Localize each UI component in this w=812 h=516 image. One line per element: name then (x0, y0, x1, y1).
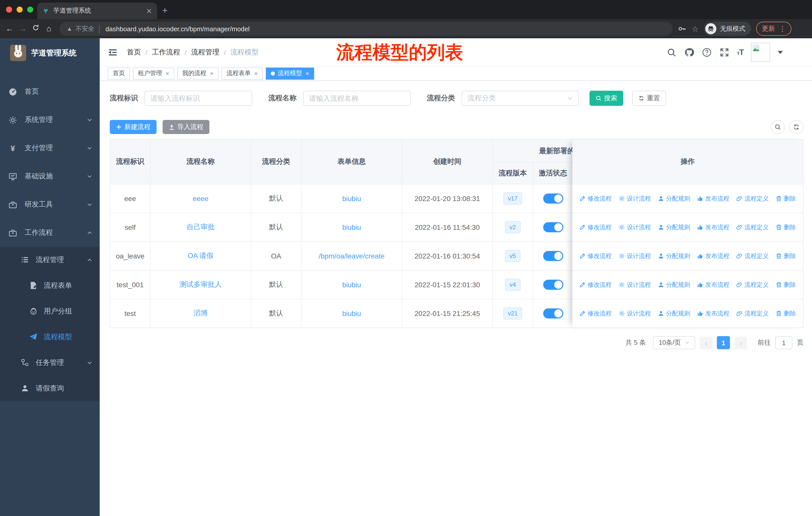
process-name-link[interactable]: 自己审批 (186, 223, 215, 232)
action-design-link[interactable]: 设计流程 (619, 194, 651, 203)
reset-button[interactable]: 重置 (632, 91, 666, 106)
process-name-link[interactable]: 滔博 (194, 309, 208, 318)
chrome-update-button[interactable]: 更新 ⋮ (756, 22, 792, 36)
form-info-link[interactable]: /bpm/oa/leave/create (319, 252, 385, 260)
tag-home[interactable]: 首页 (108, 67, 130, 79)
action-assign-link[interactable]: 分配规则 (658, 309, 690, 318)
tag-process-model[interactable]: 流程模型× (266, 67, 314, 79)
page-size-select[interactable]: 10条/页 (653, 336, 695, 349)
close-icon[interactable]: × (166, 70, 169, 77)
browser-menu-icon[interactable]: ⋮ (779, 25, 786, 33)
action-design-link[interactable]: 设计流程 (619, 223, 651, 232)
import-process-button[interactable]: 导入流程 (163, 120, 209, 134)
action-definition-link[interactable]: 流程定义 (736, 252, 769, 260)
prev-page-button[interactable]: ‹ (700, 336, 712, 349)
refresh-table-button[interactable] (789, 120, 804, 134)
action-design-link[interactable]: 设计流程 (619, 280, 651, 289)
font-size-icon[interactable]: тT (737, 48, 744, 57)
form-info-link[interactable]: biubiu (342, 281, 361, 289)
action-definition-link[interactable]: 流程定义 (736, 223, 769, 232)
user-avatar[interactable] (751, 43, 770, 62)
browser-tab[interactable]: 芋道管理系统 ✕ (37, 2, 157, 19)
sidebar-item-infrastructure[interactable]: 基础设施 (0, 162, 100, 190)
address-bar[interactable]: ▲ 不安全 | dashboard.yudao.iocoder.cn/bpm/m… (59, 22, 672, 36)
breadcrumb-workflow[interactable]: 工作流程 (152, 48, 180, 57)
sidebar-item-workflow[interactable]: 工作流程 (0, 219, 100, 247)
sidebar-item-home[interactable]: 首页 (0, 78, 100, 106)
action-definition-link[interactable]: 流程定义 (736, 280, 769, 289)
action-publish-link[interactable]: 发布流程 (697, 309, 729, 318)
goto-page-input[interactable] (775, 336, 792, 349)
sidebar-item-dev-tools[interactable]: 研发工具 (0, 190, 100, 219)
action-edit-link[interactable]: 修改流程 (579, 194, 612, 203)
breadcrumb-home[interactable]: 首页 (127, 48, 141, 57)
active-status-toggle[interactable] (543, 308, 563, 319)
next-page-button[interactable]: › (734, 336, 747, 349)
key-icon[interactable] (677, 24, 687, 33)
process-key-input[interactable] (144, 91, 252, 106)
action-edit-link[interactable]: 修改流程 (579, 309, 612, 318)
form-info-link[interactable]: biubiu (342, 309, 361, 318)
process-name-link[interactable]: eeee (193, 194, 208, 202)
tag-my-process[interactable]: 我的流程× (177, 67, 219, 79)
macos-window-controls[interactable] (6, 6, 33, 12)
collapse-sidebar-icon[interactable] (108, 47, 118, 57)
search-icon[interactable] (667, 47, 676, 57)
action-publish-link[interactable]: 发布流程 (697, 194, 729, 203)
active-status-toggle[interactable] (543, 280, 563, 290)
reload-icon[interactable] (29, 24, 42, 34)
action-publish-link[interactable]: 发布流程 (697, 252, 729, 260)
form-info-link[interactable]: biubiu (342, 194, 361, 202)
user-menu-caret-icon[interactable] (778, 51, 783, 54)
current-page-button[interactable]: 1 (717, 336, 730, 349)
active-status-toggle[interactable] (543, 251, 563, 261)
action-design-link[interactable]: 设计流程 (619, 252, 651, 260)
action-delete-link[interactable]: 删除 (776, 309, 796, 318)
back-icon[interactable]: ← (3, 24, 16, 33)
sidebar-item-leave-query[interactable]: 请假查询 (0, 375, 100, 401)
action-edit-link[interactable]: 修改流程 (579, 223, 612, 232)
sidebar-item-task-management[interactable]: 任务管理 (0, 350, 100, 375)
close-icon[interactable]: × (254, 70, 258, 77)
action-assign-link[interactable]: 分配规则 (658, 252, 690, 260)
home-icon[interactable]: ⌂ (42, 24, 55, 33)
action-publish-link[interactable]: 发布流程 (697, 280, 729, 289)
close-icon[interactable]: × (210, 70, 213, 77)
action-delete-link[interactable]: 删除 (776, 252, 796, 260)
app-logo-row[interactable]: 芋道管理系统 (0, 38, 100, 62)
action-edit-link[interactable]: 修改流程 (579, 252, 612, 260)
process-category-select[interactable]: 流程分类 (462, 91, 579, 106)
create-process-button[interactable]: 新建流程 (110, 120, 156, 134)
process-name-input[interactable] (303, 91, 411, 106)
action-assign-link[interactable]: 分配规则 (658, 194, 690, 203)
zoom-window-button[interactable] (27, 6, 33, 12)
sidebar-item-system[interactable]: 系统管理 (0, 106, 100, 134)
process-name-link[interactable]: 测试多审批人 (179, 280, 222, 289)
bookmark-star-icon[interactable]: ☆ (692, 24, 699, 33)
active-status-toggle[interactable] (543, 193, 563, 203)
action-definition-link[interactable]: 流程定义 (736, 309, 769, 318)
action-assign-link[interactable]: 分配规则 (658, 223, 690, 232)
minimize-window-button[interactable] (17, 6, 23, 12)
action-design-link[interactable]: 设计流程 (619, 309, 651, 318)
action-assign-link[interactable]: 分配规则 (658, 280, 690, 289)
new-tab-button[interactable]: + (162, 4, 168, 17)
close-window-button[interactable] (6, 6, 12, 12)
sidebar-item-process-management[interactable]: 流程管理 (0, 247, 100, 273)
action-publish-link[interactable]: 发布流程 (697, 223, 729, 232)
action-delete-link[interactable]: 删除 (776, 194, 796, 203)
search-button[interactable]: 搜索 (589, 91, 623, 106)
close-icon[interactable]: × (306, 70, 309, 77)
sidebar-item-payment[interactable]: ¥ 支付管理 (0, 134, 100, 162)
action-delete-link[interactable]: 删除 (776, 223, 796, 232)
sidebar-item-process-model[interactable]: 流程模型 (0, 324, 100, 350)
fullscreen-icon[interactable] (719, 47, 729, 57)
tab-close-icon[interactable]: ✕ (146, 7, 152, 15)
github-icon[interactable] (684, 47, 694, 57)
sidebar-item-user-group[interactable]: 用户分组 (0, 298, 100, 324)
action-definition-link[interactable]: 流程定义 (736, 194, 769, 203)
action-delete-link[interactable]: 删除 (776, 280, 796, 289)
active-status-toggle[interactable] (543, 222, 563, 232)
form-info-link[interactable]: biubiu (342, 223, 361, 231)
sidebar-item-process-form[interactable]: 流程表单 (0, 273, 100, 298)
